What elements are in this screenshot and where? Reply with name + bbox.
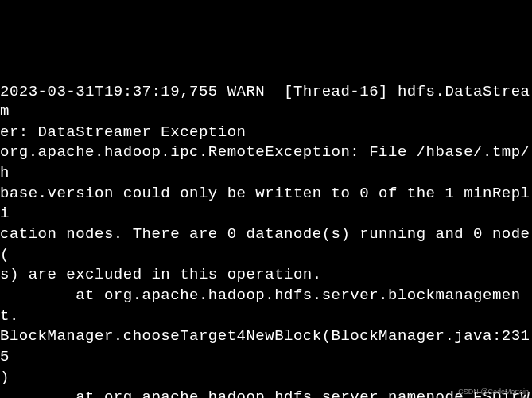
log-line: at org.apache.hadoop.hdfs.server.blockma… [0, 287, 521, 325]
log-line: s) are excluded in this operation. [0, 266, 322, 283]
terminal-output: 2023-03-31T19:37:19,755 WARN [Thread-16]… [0, 82, 532, 398]
log-line: base.version could only be written to 0 … [0, 185, 530, 223]
log-line: BlockManager.chooseTarget4NewBlock(Block… [0, 327, 530, 365]
log-line: org.apache.hadoop.ipc.RemoteException: F… [0, 143, 530, 181]
watermark-text: CSDN @CodeMartain [458, 387, 529, 396]
log-line: ) [0, 369, 10, 386]
log-line: er: DataStreamer Exception [0, 123, 246, 141]
log-line: at org.apache.hadoop.hdfs.server.namenod… [0, 388, 530, 398]
log-line: 2023-03-31T19:37:19,755 WARN [Thread-16]… [0, 83, 530, 121]
log-line: cation nodes. There are 0 datanode(s) ru… [0, 225, 530, 263]
